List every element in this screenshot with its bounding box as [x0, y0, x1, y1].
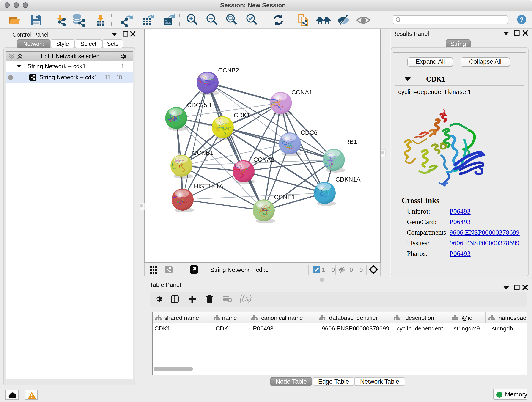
svg-text:CDC6: CDC6 [301, 129, 317, 136]
svg-text:CCNB1: CCNB1 [192, 149, 214, 156]
svg-text:CDC25B: CDC25B [187, 102, 211, 108]
svg-text:CCNA2: CCNA2 [253, 156, 274, 163]
svg-text:CDKN1A: CDKN1A [336, 176, 361, 183]
svg-text:CCNB2: CCNB2 [218, 67, 239, 74]
svg-text:?: ? [520, 16, 524, 23]
svg-text:CDK1: CDK1 [234, 112, 250, 119]
svg-text:HIST1H1A: HIST1H1A [194, 183, 223, 190]
svg-text:CCNE1: CCNE1 [274, 194, 295, 201]
svg-text:RB1: RB1 [345, 138, 357, 145]
svg-text:CCNA1: CCNA1 [291, 89, 312, 96]
